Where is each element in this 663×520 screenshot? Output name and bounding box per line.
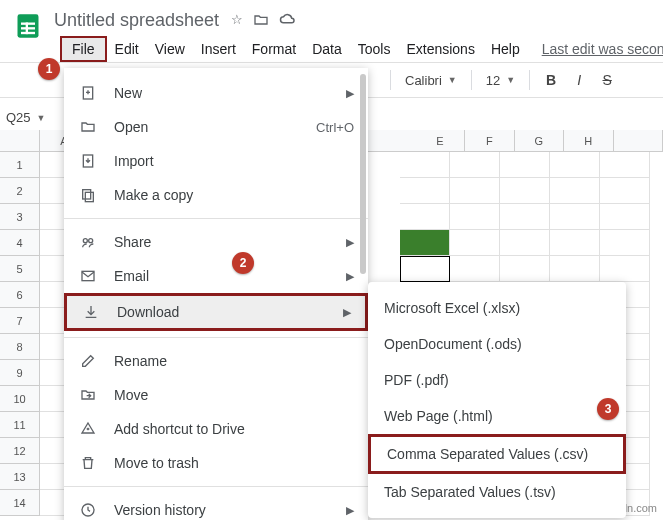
email-icon [78,266,98,286]
shortcut-text: Ctrl+O [316,120,354,135]
column-header[interactable]: H [564,130,613,151]
row-header[interactable]: 4 [0,230,40,256]
new-doc-icon [78,83,98,103]
toolbar-separator [471,70,472,90]
menu-item-move[interactable]: Move [64,378,368,412]
submenu-item-xlsx[interactable]: Microsoft Excel (.xlsx) [368,290,626,326]
svg-point-10 [89,239,93,243]
annotation-callout-2: 2 [232,252,254,274]
column-header[interactable] [614,130,663,151]
submenu-item-pdf[interactable]: PDF (.pdf) [368,362,626,398]
menu-item-version-history[interactable]: Version history ▶ [64,493,368,520]
menu-edit[interactable]: Edit [107,37,147,61]
font-name: Calibri [405,73,442,88]
submenu-item-html[interactable]: Web Page (.html) [368,398,626,434]
strikethrough-button[interactable]: S [596,72,618,88]
menu-extensions[interactable]: Extensions [398,37,482,61]
menu-separator [64,486,368,487]
submenu-arrow-icon: ▶ [346,87,354,100]
menu-help[interactable]: Help [483,37,528,61]
toolbar-separator [390,70,391,90]
svg-rect-7 [83,190,91,199]
file-dropdown-menu: New ▶ Open Ctrl+O Import Make a copy Sha… [64,68,368,520]
toolbar-separator [529,70,530,90]
submenu-arrow-icon: ▶ [346,270,354,283]
font-size-picker[interactable]: 12 ▼ [482,71,519,90]
drive-shortcut-icon [78,419,98,439]
menu-scrollbar[interactable] [360,74,366,274]
menu-item-open[interactable]: Open Ctrl+O [64,110,368,144]
chevron-down-icon: ▼ [37,113,46,123]
menu-format[interactable]: Format [244,37,304,61]
bordered-cell[interactable] [400,256,450,282]
menu-item-share[interactable]: Share ▶ [64,225,368,259]
share-icon [78,232,98,252]
last-edit-link[interactable]: Last edit was second [542,41,663,57]
menu-view[interactable]: View [147,37,193,61]
column-header[interactable]: G [515,130,564,151]
row-header[interactable]: 3 [0,204,40,230]
annotation-callout-3: 3 [597,398,619,420]
svg-rect-4 [26,23,28,35]
menu-item-new[interactable]: New ▶ [64,76,368,110]
row-header[interactable]: 11 [0,412,40,438]
row-header[interactable]: 9 [0,360,40,386]
download-icon [81,302,101,322]
chevron-down-icon: ▼ [506,75,515,85]
menu-item-download[interactable]: Download ▶ [64,293,368,331]
name-box[interactable]: Q25 ▼ [6,110,46,125]
submenu-item-ods[interactable]: OpenDocument (.ods) [368,326,626,362]
menu-item-make-copy[interactable]: Make a copy [64,178,368,212]
row-header[interactable]: 12 [0,438,40,464]
submenu-arrow-icon: ▶ [343,306,351,319]
history-icon [78,500,98,520]
filled-cell[interactable] [400,230,450,256]
row-header[interactable]: 13 [0,464,40,490]
chevron-down-icon: ▼ [448,75,457,85]
menu-tools[interactable]: Tools [350,37,399,61]
submenu-arrow-icon: ▶ [346,504,354,517]
row-header[interactable]: 10 [0,386,40,412]
font-picker[interactable]: Calibri ▼ [401,71,461,90]
row-header[interactable]: 2 [0,178,40,204]
submenu-item-tsv[interactable]: Tab Separated Values (.tsv) [368,474,626,510]
menu-file[interactable]: File [60,36,107,62]
app-header: Untitled spreadsheet ☆ [0,0,663,32]
menubar: File Edit View Insert Format Data Tools … [0,32,663,62]
svg-rect-8 [85,192,93,201]
submenu-item-csv[interactable]: Comma Separated Values (.csv) [368,434,626,474]
font-size: 12 [486,73,500,88]
folder-open-icon [78,117,98,137]
menu-item-add-shortcut[interactable]: Add shortcut to Drive [64,412,368,446]
row-header[interactable]: 7 [0,308,40,334]
menu-data[interactable]: Data [304,37,350,61]
row-header[interactable]: 6 [0,282,40,308]
document-title[interactable]: Untitled spreadsheet [54,10,219,31]
bold-button[interactable]: B [540,72,562,88]
star-icon[interactable]: ☆ [231,12,243,31]
submenu-arrow-icon: ▶ [346,236,354,249]
svg-point-9 [83,239,87,243]
column-header[interactable]: F [465,130,514,151]
cloud-status-icon[interactable] [279,12,297,31]
sheets-logo[interactable] [8,6,48,46]
move-folder-icon[interactable] [253,12,269,31]
select-all-corner[interactable] [0,130,40,151]
column-header[interactable]: E [416,130,465,151]
menu-separator [64,337,368,338]
menu-insert[interactable]: Insert [193,37,244,61]
row-header[interactable]: 5 [0,256,40,282]
rename-icon [78,351,98,371]
move-icon [78,385,98,405]
menu-item-rename[interactable]: Rename [64,344,368,378]
annotation-callout-1: 1 [38,58,60,80]
menu-item-email[interactable]: Email ▶ [64,259,368,293]
menu-item-import[interactable]: Import [64,144,368,178]
row-header[interactable]: 14 [0,490,40,516]
italic-button[interactable]: I [568,72,590,88]
menu-item-move-to-trash[interactable]: Move to trash [64,446,368,480]
row-header[interactable]: 1 [0,152,40,178]
copy-icon [78,185,98,205]
row-header[interactable]: 8 [0,334,40,360]
download-submenu: Microsoft Excel (.xlsx) OpenDocument (.o… [368,282,626,518]
